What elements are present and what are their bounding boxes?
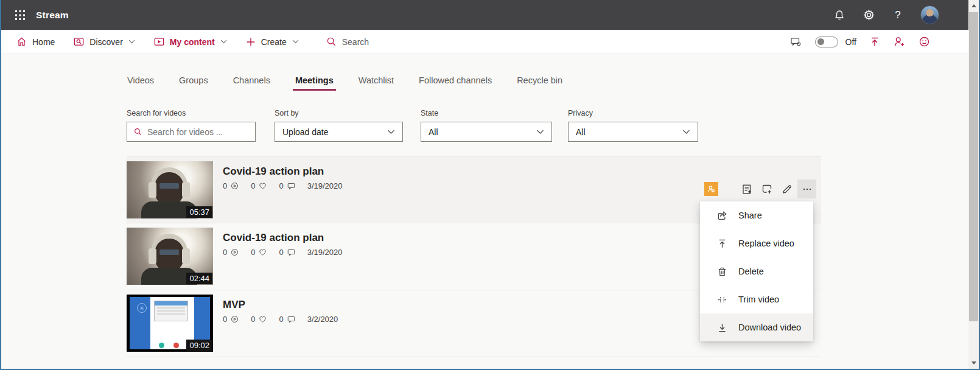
stream-app-window: Stream ? — [0, 0, 980, 370]
nav-item-label: Search — [342, 37, 369, 47]
vertical-scrollbar[interactable] — [968, 0, 979, 369]
filter-bar: Search for videos Sort by Upload date St… — [127, 109, 698, 142]
sort-dropdown[interactable]: Upload date — [275, 122, 403, 142]
tab-followed-channels[interactable]: Followed channels — [419, 75, 492, 91]
scroll-down-arrow[interactable] — [968, 358, 979, 368]
menu-item-label: Trim video — [738, 295, 779, 304]
search-filter-label: Search for videos — [127, 109, 256, 117]
tab-recycle-bin[interactable]: Recycle bin — [517, 75, 562, 91]
waffle-menu-icon[interactable] — [10, 5, 30, 26]
comments-icon — [287, 248, 296, 257]
share-icon — [716, 210, 728, 222]
notifications-bell-icon[interactable] — [833, 9, 846, 22]
privacy-dropdown[interactable]: All — [568, 122, 698, 142]
duration-badge: 02:44 — [186, 273, 212, 284]
search-icon — [133, 127, 142, 136]
likes-heart-icon — [258, 315, 267, 324]
tab-meetings[interactable]: Meetings — [295, 75, 334, 91]
menu-item-label: Delete — [738, 267, 764, 276]
views-play-icon — [230, 181, 239, 190]
duration-badge: 09:02 — [186, 340, 212, 351]
smiley-icon[interactable] — [918, 35, 931, 48]
plus-icon — [245, 37, 256, 47]
scrollbar-thumb[interactable] — [969, 12, 978, 321]
delete-trash-icon — [716, 266, 728, 278]
tab-groups[interactable]: Groups — [179, 75, 208, 91]
edit-pencil-icon[interactable] — [780, 183, 793, 195]
video-thumbnail[interactable]: 05:37 — [127, 161, 213, 218]
nav-item-create[interactable]: Create — [245, 37, 299, 47]
settings-gear-icon[interactable] — [862, 9, 875, 22]
video-stats: 0 0 0 3/2/2020 — [223, 315, 338, 324]
video-title[interactable]: Covid-19 action plan — [223, 232, 324, 244]
add-to-group-icon[interactable] — [760, 183, 773, 195]
menu-item-delete[interactable]: Delete — [700, 257, 813, 285]
sort-filter-label: Sort by — [275, 109, 403, 117]
privacy-dropdown-value: All — [576, 127, 586, 137]
video-title[interactable]: MVP — [223, 299, 245, 311]
tab-channels[interactable]: Channels — [233, 75, 270, 91]
nav-item-home[interactable]: Home — [16, 36, 55, 47]
toggle-knob — [817, 38, 824, 45]
chevron-down-icon — [387, 130, 395, 134]
likes-heart-icon — [258, 181, 267, 190]
chevron-down-icon — [292, 40, 299, 44]
nav-item-label: My content — [170, 37, 215, 47]
download-icon — [716, 322, 728, 333]
video-context-menu: Share Replace video Delete — [700, 201, 813, 341]
video-thumbnail[interactable]: ✳ 09:02 — [127, 295, 213, 352]
chevron-down-icon — [220, 40, 227, 44]
duration-badge: 05:37 — [186, 206, 212, 218]
video-thumbnail[interactable]: 02:44 — [127, 228, 213, 285]
more-ellipsis-icon[interactable] — [797, 180, 816, 198]
my-content-icon — [153, 36, 165, 47]
video-stats: 0 0 0 3/19/2020 — [223, 181, 343, 190]
views-play-icon — [230, 315, 239, 324]
scroll-up-arrow[interactable] — [968, 1, 979, 11]
content-tabs: Videos Groups Channels Meetings Watchlis… — [127, 75, 562, 91]
menu-item-label: Share — [738, 211, 762, 220]
nav-item-label: Create — [261, 37, 287, 47]
state-dropdown[interactable]: All — [421, 122, 552, 142]
chevron-down-icon — [536, 130, 544, 134]
menu-item-label: Replace video — [738, 239, 794, 248]
upload-icon[interactable] — [869, 36, 881, 48]
trim-video-icon — [716, 294, 728, 305]
menu-item-download-video[interactable]: Download video — [700, 313, 813, 341]
help-icon[interactable]: ? — [891, 9, 905, 22]
video-date: 3/2/2020 — [307, 315, 338, 324]
search-input[interactable] — [147, 127, 239, 137]
video-search-box — [127, 122, 256, 142]
discover-icon — [73, 36, 85, 47]
viewer-permissions-icon[interactable] — [704, 182, 718, 196]
menu-item-label: Download video — [738, 323, 801, 332]
tab-videos[interactable]: Videos — [127, 75, 154, 91]
menu-item-share[interactable]: Share — [700, 201, 813, 229]
video-date: 3/19/2020 — [307, 248, 343, 257]
nav-item-label: Discover — [89, 37, 122, 47]
chevron-down-icon — [128, 40, 135, 44]
invite-person-icon[interactable] — [893, 35, 906, 48]
replace-video-icon — [716, 238, 728, 250]
comments-icon — [287, 181, 296, 190]
toggle-switch[interactable] — [815, 37, 838, 47]
state-filter-label: State — [421, 109, 552, 117]
nav-item-discover[interactable]: Discover — [73, 36, 135, 47]
video-stats: 0 0 0 3/19/2020 — [223, 248, 343, 257]
feedback-shield-icon[interactable] — [789, 35, 803, 49]
navigation-bar: Home Discover — [1, 30, 968, 54]
search-icon — [326, 36, 337, 47]
sort-dropdown-value: Upload date — [282, 127, 329, 137]
toggle-state-label: Off — [845, 37, 856, 47]
menu-item-replace-video[interactable]: Replace video — [700, 229, 813, 257]
nav-item-label: Home — [32, 37, 55, 47]
privacy-filter-label: Privacy — [568, 109, 698, 117]
add-to-playlist-icon[interactable] — [740, 183, 753, 195]
views-play-icon — [230, 248, 239, 257]
nav-item-my-content[interactable]: My content — [153, 36, 227, 47]
nav-item-search[interactable]: Search — [326, 36, 369, 47]
video-title[interactable]: Covid-19 action plan — [223, 166, 324, 178]
user-avatar[interactable] — [920, 5, 939, 24]
tab-watchlist[interactable]: Watchlist — [359, 75, 394, 91]
menu-item-trim-video[interactable]: Trim video — [700, 285, 813, 313]
